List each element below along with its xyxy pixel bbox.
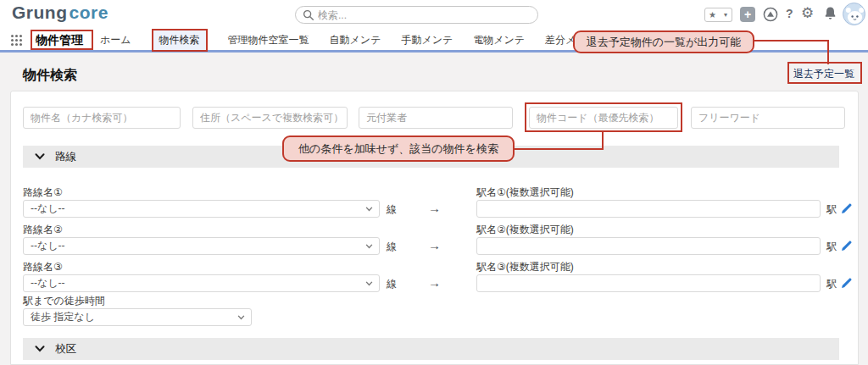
line-name-1-label: 路線名① (23, 185, 63, 200)
logo-text-dark: Grung (12, 3, 68, 22)
notifications-bell-icon[interactable] (823, 6, 837, 20)
arrow-right-icon: → (428, 238, 441, 252)
station-unit-1: 駅 (826, 202, 837, 217)
property-code-input[interactable] (529, 107, 678, 129)
search-icon (303, 9, 314, 21)
line-name-2-value: --なし-- (24, 239, 365, 253)
walk-time-label: 駅までの徒歩時間 (23, 294, 105, 308)
freeword-input[interactable] (691, 107, 845, 129)
line-name-1-value: --なし-- (24, 202, 365, 216)
chevron-down-icon (365, 281, 373, 286)
section-line[interactable]: 路線 (23, 146, 839, 168)
tab-diff-maintenance[interactable]: 差分メンテ (545, 33, 597, 47)
setup-gear-icon[interactable]: ⚙ (801, 4, 814, 22)
global-header: Grungcore ★ ▾ + ? ⚙ (0, 0, 868, 28)
app-window: Grungcore ★ ▾ + ? ⚙ (0, 0, 868, 365)
line-name-2-select[interactable]: --なし-- (23, 237, 380, 255)
chevron-down-icon (35, 153, 45, 160)
station-name-1-input[interactable] (476, 200, 821, 218)
line-name-2-label: 路線名② (23, 223, 63, 237)
station-unit-3: 駅 (826, 277, 837, 291)
line-name-3-label: 路線名③ (23, 260, 63, 274)
line-unit-1: 線 (387, 202, 397, 217)
line-unit-2: 線 (387, 240, 397, 254)
section-school-label: 校区 (55, 342, 76, 357)
address-input[interactable] (192, 107, 348, 129)
tab-property-search[interactable]: 物件検索 (152, 29, 208, 52)
user-avatar[interactable] (843, 3, 865, 25)
walk-time-select[interactable]: 徒歩 指定なし (23, 308, 252, 326)
chevron-down-icon (365, 244, 373, 249)
arrow-right-icon: → (428, 275, 441, 290)
tab-denbutsu-maintenance[interactable]: 電物メンテ (473, 33, 525, 47)
chevron-down-icon (237, 315, 245, 320)
tab-managed-vacancy-list[interactable]: 管理物件空室一覧 (228, 33, 309, 47)
edit-pencil-icon[interactable] (841, 240, 853, 255)
station-name-1-label: 駅名①(複数選択可能) (476, 185, 574, 200)
favorites-star-button[interactable]: ★ (704, 8, 721, 22)
app-name[interactable]: 物件管理 (36, 33, 83, 48)
station-name-3-label: 駅名③(複数選択可能) (476, 260, 574, 274)
arrow-right-icon: → (428, 201, 441, 215)
listing-agent-input[interactable] (359, 107, 513, 129)
walk-time-value: 徒歩 指定なし (24, 310, 237, 324)
line-name-1-select[interactable]: --なし-- (23, 200, 380, 218)
app-logo: Grungcore (12, 3, 108, 23)
global-search-input[interactable] (318, 7, 534, 23)
page-title: 物件検索 (23, 67, 77, 85)
section-line-label: 路線 (55, 150, 76, 164)
edit-pencil-icon[interactable] (841, 202, 853, 218)
station-unit-2: 駅 (826, 240, 837, 254)
section-school[interactable]: 校区 (23, 338, 839, 360)
line-name-3-value: --なし-- (24, 276, 365, 290)
property-name-input[interactable] (23, 107, 181, 129)
help-icon[interactable]: ? (786, 7, 793, 20)
chevron-down-icon (365, 207, 373, 212)
line-unit-3: 線 (387, 277, 397, 291)
station-name-2-input[interactable] (476, 237, 821, 255)
app-launcher-icon[interactable] (11, 35, 22, 46)
logo-text-blue: core (70, 3, 108, 22)
guidance-center-icon[interactable] (762, 6, 779, 23)
move-out-list-button[interactable]: 退去予定一覧 (793, 67, 854, 81)
nav-tabs: ホーム 物件検索 管理物件空室一覧 自動メンテ 手動メンテ 電物メンテ 差分メン… (100, 28, 597, 53)
edit-pencil-icon[interactable] (841, 277, 853, 292)
global-actions-button[interactable]: + (740, 7, 755, 22)
station-name-2-label: 駅名②(複数選択可能) (476, 223, 574, 237)
global-search (295, 6, 538, 24)
station-name-3-input[interactable] (476, 274, 821, 292)
tab-manual-maintenance[interactable]: 手動メンテ (401, 33, 453, 47)
tab-home[interactable]: ホーム (100, 33, 131, 47)
line-name-3-select[interactable]: --なし-- (23, 274, 380, 292)
tab-auto-maintenance[interactable]: 自動メンテ (330, 33, 381, 47)
chevron-down-icon (35, 346, 45, 352)
favorites-dropdown-button[interactable]: ▾ (720, 8, 732, 22)
